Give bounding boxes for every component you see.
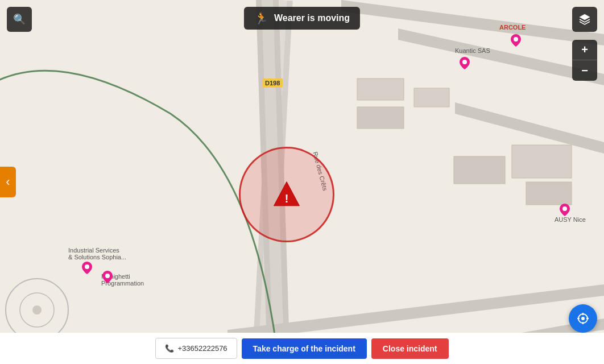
phone-icon: 📞 [165,344,174,353]
svg-point-16 [514,37,518,42]
poi-marker-arcole [511,34,521,49]
incident-circle: ! [239,147,334,242]
svg-marker-23 [580,14,590,20]
incident-icon-wrapper: ! [270,177,304,212]
poi-marker-kuantic [460,57,470,72]
zoom-controls: + − [572,40,597,81]
svg-point-20 [105,274,110,278]
poi-marker-ausy [560,204,570,218]
layers-icon [578,13,591,26]
left-arrow-button[interactable]: ‹ [0,167,16,197]
status-bar: 🏃 Wearer is moving [244,7,360,30]
status-text: Wearer is moving [274,13,350,23]
svg-point-25 [581,317,585,320]
svg-text:!: ! [285,192,289,205]
running-icon: 🏃 [254,11,268,25]
bottom-bar: 📞 +33652222576 Take charge of the incide… [0,333,604,364]
take-charge-label: Take charge of the incident [253,344,355,353]
poi-marker-industrial [82,262,92,276]
left-arrow-icon: ‹ [6,175,10,189]
phone-number: +33652222576 [177,344,227,353]
close-incident-label: Close incident [383,344,437,353]
svg-point-18 [562,206,567,211]
map-container: D198 Rue des Crêts ARCOLE Kuantic SAS AU… [0,0,604,364]
svg-point-19 [85,264,89,269]
search-icon: 🔍 [13,13,26,26]
zoom-in-button[interactable]: + [572,40,597,60]
location-button[interactable] [569,304,597,333]
poi-marker-menighetti [102,271,113,286]
warning-icon: ! [271,179,302,210]
svg-point-17 [462,60,467,64]
take-charge-button[interactable]: Take charge of the incident [242,338,367,359]
zoom-in-label: + [581,43,588,56]
phone-button[interactable]: 📞 +33652222576 [155,338,237,359]
location-icon [576,312,590,325]
zoom-out-button[interactable]: − [572,60,597,81]
search-button[interactable]: 🔍 [7,7,32,32]
zoom-out-label: − [581,64,588,77]
close-incident-button[interactable]: Close incident [371,338,449,359]
layers-button[interactable] [572,7,597,32]
